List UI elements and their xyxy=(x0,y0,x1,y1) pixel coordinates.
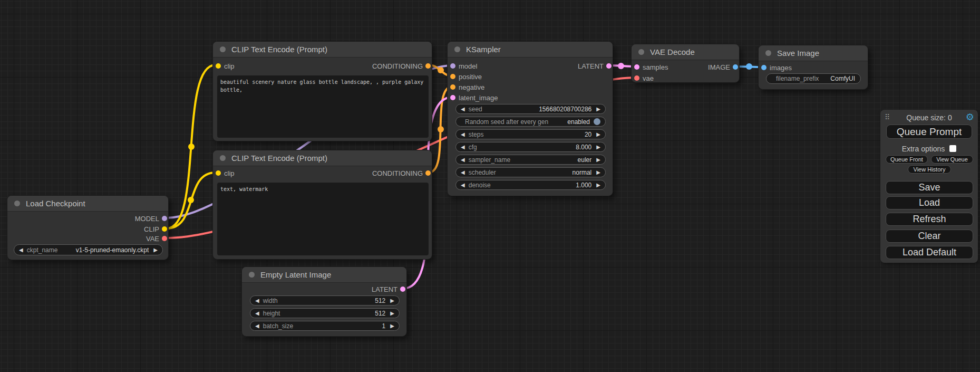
increment-arrow-icon[interactable]: ▶ xyxy=(390,298,394,303)
decrement-arrow-icon[interactable]: ◀ xyxy=(461,170,465,175)
widget-batch-size[interactable]: ◀ batch_size 1 ▶ xyxy=(250,321,400,331)
output-port-latent[interactable] xyxy=(400,287,405,292)
collapse-dot-icon[interactable] xyxy=(765,50,771,56)
increment-arrow-icon[interactable]: ▶ xyxy=(390,323,394,329)
view-history-button[interactable]: View History xyxy=(908,165,951,174)
node-save-image[interactable]: Save Image images filename_prefix ComfyU… xyxy=(758,45,868,90)
output-port-vae[interactable] xyxy=(162,236,167,241)
node-header[interactable]: Save Image xyxy=(759,45,868,61)
settings-gear-icon[interactable]: ⚙ xyxy=(966,111,974,123)
input-port-vae[interactable] xyxy=(634,75,639,81)
collapse-dot-icon[interactable] xyxy=(220,155,226,161)
input-slot-images: images xyxy=(759,62,868,73)
widget-cfg[interactable]: ◀ cfg 8.000 ▶ xyxy=(455,142,606,152)
decrement-arrow-icon[interactable]: ◀ xyxy=(255,298,259,303)
node-ksampler[interactable]: KSampler model positive negative latent_… xyxy=(447,41,613,196)
input-port-negative[interactable] xyxy=(450,84,455,90)
decrement-arrow-icon[interactable]: ◀ xyxy=(461,107,465,112)
input-port-positive[interactable] xyxy=(450,74,455,79)
collapse-dot-icon[interactable] xyxy=(249,272,255,278)
increment-arrow-icon[interactable]: ▶ xyxy=(390,311,394,316)
extra-options-checkbox[interactable] xyxy=(949,145,956,152)
widget-steps[interactable]: ◀ steps 20 ▶ xyxy=(455,129,606,139)
negative-prompt-textarea[interactable]: text, watermark xyxy=(217,183,429,255)
toggle-knob[interactable] xyxy=(594,118,600,125)
output-port-conditioning[interactable] xyxy=(425,63,431,69)
node-title: CLIP Text Encode (Prompt) xyxy=(231,45,327,54)
output-slot-latent: LATENT xyxy=(448,61,613,71)
node-empty-latent-image[interactable]: Empty Latent Image LATENT ◀ width 512 ▶ … xyxy=(241,266,407,337)
node-clip-text-encode-negative[interactable]: CLIP Text Encode (Prompt) clip CONDITION… xyxy=(212,150,432,260)
node-header[interactable]: VAE Decode xyxy=(632,44,739,60)
output-port-latent[interactable] xyxy=(606,63,612,69)
node-clip-text-encode-positive[interactable]: CLIP Text Encode (Prompt) clip CONDITION… xyxy=(212,41,432,141)
input-slot-negative: negative xyxy=(448,82,613,92)
collapse-dot-icon[interactable] xyxy=(638,49,644,55)
widget-denoise[interactable]: ◀ denoise 1.000 ▶ xyxy=(455,180,606,190)
widget-width[interactable]: ◀ width 512 ▶ xyxy=(250,295,400,306)
increment-arrow-icon[interactable]: ▶ xyxy=(596,145,600,150)
queue-prompt-button[interactable]: Queue Prompt xyxy=(886,125,972,139)
node-header[interactable]: CLIP Text Encode (Prompt) xyxy=(213,42,432,58)
decrement-arrow-icon[interactable]: ◀ xyxy=(461,145,465,150)
increment-arrow-icon[interactable]: ▶ xyxy=(596,107,600,112)
output-port-clip[interactable] xyxy=(162,226,167,232)
link-dot-cond-2 xyxy=(438,126,444,132)
output-slot-clip: CLIP xyxy=(7,224,168,234)
output-slot-vae: VAE xyxy=(7,233,168,244)
decrement-arrow-icon[interactable]: ◀ xyxy=(461,132,465,137)
collapse-dot-icon[interactable] xyxy=(454,46,460,52)
increment-arrow-icon[interactable]: ▶ xyxy=(596,183,600,188)
collapse-dot-icon[interactable] xyxy=(220,46,226,52)
decrement-arrow-icon[interactable]: ◀ xyxy=(461,157,465,163)
decrement-arrow-icon[interactable]: ◀ xyxy=(255,323,259,329)
view-queue-button[interactable]: View Queue xyxy=(931,155,973,164)
node-header[interactable]: KSampler xyxy=(448,42,613,58)
node-title: CLIP Text Encode (Prompt) xyxy=(231,154,327,163)
queue-panel[interactable]: ⠿ Queue size: 0 ⚙ Queue Prompt Extra opt… xyxy=(880,110,978,263)
increment-arrow-icon[interactable]: ▶ xyxy=(153,247,158,253)
node-vae-decode[interactable]: VAE Decode samples vae IMAGE xyxy=(631,44,740,83)
load-default-button[interactable]: Load Default xyxy=(886,246,973,259)
widget-random-seed-toggle[interactable]: Random seed after every gen enabled xyxy=(455,117,606,127)
output-port-image[interactable] xyxy=(733,64,738,70)
link-dot-cond-1 xyxy=(438,67,444,73)
node-title: KSampler xyxy=(466,45,501,54)
node-graph-canvas[interactable]: Load Checkpoint MODEL CLIP VAE ◀ ckpt_na… xyxy=(0,0,980,372)
refresh-button[interactable]: Refresh xyxy=(886,213,973,226)
decrement-arrow-icon[interactable]: ◀ xyxy=(255,311,259,316)
output-port-model[interactable] xyxy=(162,216,167,221)
widget-filename-prefix[interactable]: filename_prefix ComfyUI xyxy=(766,73,861,84)
input-port-images[interactable] xyxy=(761,65,766,70)
input-slot-vae: vae xyxy=(632,73,739,83)
save-button[interactable]: Save xyxy=(886,181,973,194)
node-header[interactable]: Empty Latent Image xyxy=(242,267,406,283)
link-dot-clip-2 xyxy=(188,197,194,203)
output-slot-model: MODEL xyxy=(7,213,168,224)
input-slot-latent-image: latent_image xyxy=(448,92,613,103)
widget-height[interactable]: ◀ height 512 ▶ xyxy=(250,308,400,318)
node-title: Load Checkpoint xyxy=(26,199,85,208)
output-slot-conditioning: CONDITIONING xyxy=(213,168,432,178)
widget-seed[interactable]: ◀ seed 156680208700286 ▶ xyxy=(455,104,606,114)
widget-ckpt-name[interactable]: ◀ ckpt_name v1-5-pruned-emaonly.ckpt ▶ xyxy=(14,244,163,255)
increment-arrow-icon[interactable]: ▶ xyxy=(596,132,600,137)
widget-sampler-name[interactable]: ◀ sampler_name euler ▶ xyxy=(455,155,606,165)
output-port-conditioning[interactable] xyxy=(425,170,431,176)
link-dot-image xyxy=(746,63,752,70)
widget-scheduler[interactable]: ◀ scheduler normal ▶ xyxy=(455,167,606,177)
node-header[interactable]: Load Checkpoint xyxy=(7,196,168,212)
input-port-latent-image[interactable] xyxy=(450,95,455,100)
increment-arrow-icon[interactable]: ▶ xyxy=(596,170,600,175)
load-button[interactable]: Load xyxy=(886,196,973,209)
node-header[interactable]: CLIP Text Encode (Prompt) xyxy=(213,150,432,166)
queue-front-button[interactable]: Queue Front xyxy=(886,155,928,164)
decrement-arrow-icon[interactable]: ◀ xyxy=(19,247,23,253)
decrement-arrow-icon[interactable]: ◀ xyxy=(461,183,465,188)
positive-prompt-textarea[interactable]: beautiful scenery nature glass bottle la… xyxy=(217,75,429,138)
extra-options-row: Extra options xyxy=(880,144,978,153)
node-load-checkpoint[interactable]: Load Checkpoint MODEL CLIP VAE ◀ ckpt_na… xyxy=(7,195,169,260)
collapse-dot-icon[interactable] xyxy=(14,201,20,206)
increment-arrow-icon[interactable]: ▶ xyxy=(596,157,600,163)
clear-button[interactable]: Clear xyxy=(886,230,973,243)
